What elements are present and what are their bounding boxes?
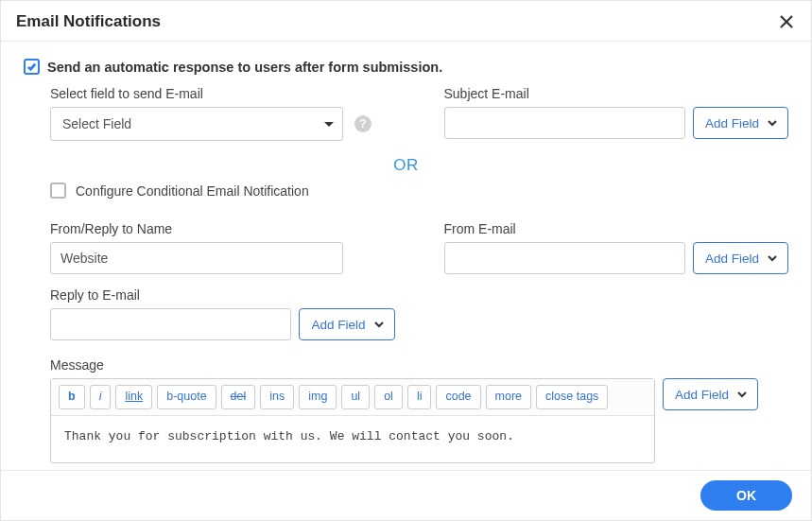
select-field-label: Select field to send E-mail xyxy=(50,86,395,101)
add-field-label: Add Field xyxy=(705,252,759,266)
message-label: Message xyxy=(50,357,788,373)
toolbar-code[interactable]: code xyxy=(436,385,480,409)
from-reply-name-group: From/Reply to Name xyxy=(50,221,395,274)
conditional-checkbox[interactable] xyxy=(50,182,66,199)
select-field-dropdown[interactable]: Select Field xyxy=(50,107,343,141)
toolbar-ol[interactable]: ol xyxy=(374,385,403,409)
toolbar-more[interactable]: more xyxy=(486,385,531,409)
chevron-down-icon xyxy=(767,117,778,129)
toolbar-ul[interactable]: ul xyxy=(341,385,370,409)
add-field-button-message[interactable]: Add Field xyxy=(663,378,758,410)
reply-email-input[interactable] xyxy=(50,308,291,340)
from-email-label: From E-mail xyxy=(444,221,789,236)
modal-footer: OK xyxy=(1,470,811,520)
add-field-label: Add Field xyxy=(705,116,759,130)
chevron-down-icon xyxy=(373,319,385,330)
from-email-input[interactable] xyxy=(444,242,685,274)
editor-toolbar: b i link b-quote del ins img ul ol li co… xyxy=(51,379,654,416)
toolbar-del[interactable]: del xyxy=(221,385,256,409)
message-textarea[interactable]: Thank you for subscription with us. We w… xyxy=(51,416,654,462)
add-field-button-reply[interactable]: Add Field xyxy=(299,308,394,340)
toolbar-close-tags[interactable]: close tags xyxy=(536,385,608,409)
add-field-label: Add Field xyxy=(675,388,729,402)
toolbar-li[interactable]: li xyxy=(407,385,432,409)
col-right-2: From E-mail Add Field xyxy=(444,221,789,354)
toolbar-ins[interactable]: ins xyxy=(260,385,294,409)
auto-response-row: Send an automatic response to users afte… xyxy=(24,59,788,75)
email-notifications-modal: Email Notifications Send an automatic re… xyxy=(0,0,812,521)
auto-response-label: Send an automatic response to users afte… xyxy=(47,60,442,75)
auto-response-checkbox[interactable] xyxy=(24,59,40,75)
subject-email-input[interactable] xyxy=(444,107,685,139)
conditional-label: Configure Conditional Email Notification xyxy=(76,183,309,199)
reply-email-label: Reply to E-mail xyxy=(50,287,395,303)
toolbar-italic[interactable]: i xyxy=(90,385,112,409)
message-group: Message b i link b-quote del ins img ul … xyxy=(24,357,788,463)
toolbar-bquote[interactable]: b-quote xyxy=(157,385,216,409)
from-reply-name-label: From/Reply to Name xyxy=(50,221,395,236)
modal-title: Email Notifications xyxy=(16,12,161,31)
add-field-button-from[interactable]: Add Field xyxy=(693,242,788,274)
modal-header: Email Notifications xyxy=(1,1,811,42)
chevron-down-icon xyxy=(767,252,778,264)
modal-body: Send an automatic response to users afte… xyxy=(1,42,811,470)
col-left: Select field to send E-mail Select Field… xyxy=(50,86,395,154)
add-field-label: Add Field xyxy=(311,318,365,332)
toolbar-bold[interactable]: b xyxy=(59,385,85,409)
chevron-down-icon xyxy=(736,389,748,400)
or-divider: OR xyxy=(24,156,788,175)
reply-email-group: Reply to E-mail Add Field xyxy=(50,287,395,340)
add-field-button-subject[interactable]: Add Field xyxy=(693,107,788,139)
message-editor: b i link b-quote del ins img ul ol li co… xyxy=(50,378,655,463)
toolbar-img[interactable]: img xyxy=(299,385,337,409)
form-grid-mid: From/Reply to Name Reply to E-mail Add F… xyxy=(24,221,788,354)
from-reply-name-input[interactable] xyxy=(50,242,343,274)
ok-button[interactable]: OK xyxy=(700,480,792,511)
toolbar-link[interactable]: link xyxy=(115,385,152,409)
select-email-field-group: Select field to send E-mail Select Field… xyxy=(50,86,395,141)
col-right: Subject E-mail Add Field xyxy=(444,86,789,154)
help-icon[interactable]: ? xyxy=(354,115,371,132)
form-grid-top: Select field to send E-mail Select Field… xyxy=(24,86,788,154)
close-icon[interactable] xyxy=(777,12,796,31)
conditional-row: Configure Conditional Email Notification xyxy=(24,182,788,199)
subject-email-group: Subject E-mail Add Field xyxy=(444,86,789,139)
subject-email-label: Subject E-mail xyxy=(444,86,789,101)
from-email-group: From E-mail Add Field xyxy=(444,221,789,274)
col-left-2: From/Reply to Name Reply to E-mail Add F… xyxy=(50,221,395,354)
